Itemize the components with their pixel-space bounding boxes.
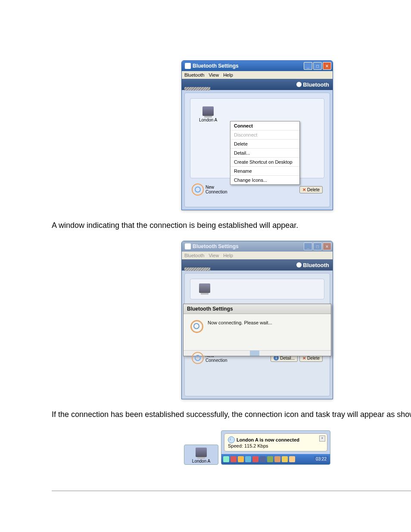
device-area: London A Connect Disconnect Delete Detai… [190,98,324,178]
delete-x-icon: ✕ [302,356,306,361]
tray-icon[interactable] [289,456,295,462]
connected-device-tile[interactable]: London A [184,445,218,465]
delete-label: Delete [307,187,320,192]
tray-icon[interactable] [230,456,237,462]
app-icon [185,243,191,249]
minimize-button[interactable]: _ [304,62,312,70]
taskbar-clock: 03:22 [314,456,328,462]
menu-view[interactable]: View [209,72,219,78]
progress-bar [184,350,331,356]
close-button: × [323,243,331,250]
connecting-icon [190,320,203,333]
tray-screenshot: London A × London A is now connected Spe… [184,430,330,465]
connecting-dialog: Bluetooth Settings Now connecting. Pleas… [183,304,331,356]
balloon-speed-text: Speed: 115.2 Kbps [228,443,324,448]
menu-view: View [209,253,219,258]
balloon-title-text: London A is now connected [237,437,299,442]
lan-device-icon [196,448,207,457]
lan-device-icon [199,283,210,293]
tray-icon[interactable] [274,456,280,462]
taskbar: 03:22 [221,454,330,464]
new-connection-icon [192,352,204,364]
tray-icon[interactable] [252,456,258,462]
maximize-button: □ [313,243,322,250]
minimize-button: _ [304,243,312,250]
menu-help: Help [223,253,233,258]
bluetooth-icon [296,82,302,87]
new-connection-label: New Connection [206,185,227,194]
brand-label: Bluetooth [303,262,329,268]
tray-icon[interactable] [282,456,288,462]
device-london-a[interactable]: London A [199,106,217,122]
device-area [190,279,324,299]
ctx-delete[interactable]: Delete [230,140,299,149]
titlebar[interactable]: Bluetooth Settings _ □ × [182,61,333,71]
caption-established: If the connection has been established s… [52,410,411,420]
ctx-disconnect: Disconnect [230,131,299,140]
tray-icon[interactable] [238,456,244,462]
menubar: Bluetooth View Help [182,252,333,259]
lan-device-icon [202,106,214,116]
ctx-connect[interactable]: Connect [230,121,299,131]
dialog-message: Now connecting. Please wait... [208,320,272,325]
delete-button[interactable]: ✕ Delete [299,186,323,193]
brand-strip: Bluetooth [182,79,333,90]
brand-label: Bluetooth [303,81,329,88]
device-label: London A [192,459,210,464]
menubar: Bluetooth View Help [182,71,333,79]
tray-icon[interactable] [267,456,273,462]
ctx-rename[interactable]: Rename [230,167,299,176]
dialog-title: Bluetooth Settings [184,304,331,314]
tray-icon[interactable] [245,456,251,462]
detail-label: Detail... [280,356,295,361]
app-icon [185,63,191,69]
notification-balloon: × London A is now connected Speed: 115.2… [224,433,327,451]
menu-bluetooth[interactable]: Bluetooth [184,72,204,78]
window-title: Bluetooth Settings [193,243,304,249]
device-item [199,283,210,295]
delete-label: Delete [307,356,320,361]
new-connection-icon [192,184,204,196]
maximize-button[interactable]: □ [313,62,322,70]
bluetooth-settings-window-1: Bluetooth Settings _ □ × Bluetooth View … [181,60,333,210]
download-icon [228,436,235,443]
new-connection-button[interactable]: New Connection [192,184,227,196]
ctx-shortcut[interactable]: Create Shortcut on Desktop [230,158,299,167]
menu-help[interactable]: Help [223,72,233,78]
balloon-close-button[interactable]: × [319,436,325,442]
context-menu: Connect Disconnect Delete Detail... Crea… [230,121,300,185]
device-label: London A [199,118,217,122]
tray-icon[interactable] [260,456,266,462]
ctx-detail[interactable]: Detail... [230,149,299,158]
window-title: Bluetooth Settings [193,63,304,69]
ctx-change-icons[interactable]: Change Icons... [230,176,299,184]
titlebar: Bluetooth Settings _ □ × [182,241,333,252]
menu-bluetooth: Bluetooth [184,253,204,258]
brand-strip: Bluetooth [182,259,333,271]
close-button[interactable]: × [323,62,331,70]
page-footer-rule [52,491,411,491]
bluetooth-icon [296,262,302,268]
caption-connecting: A window indicating that the connection … [52,221,411,230]
delete-x-icon: ✕ [302,187,306,192]
tray-icon[interactable] [223,456,229,462]
bluetooth-settings-window-2: Bluetooth Settings _ □ × Bluetooth View … [181,241,333,399]
